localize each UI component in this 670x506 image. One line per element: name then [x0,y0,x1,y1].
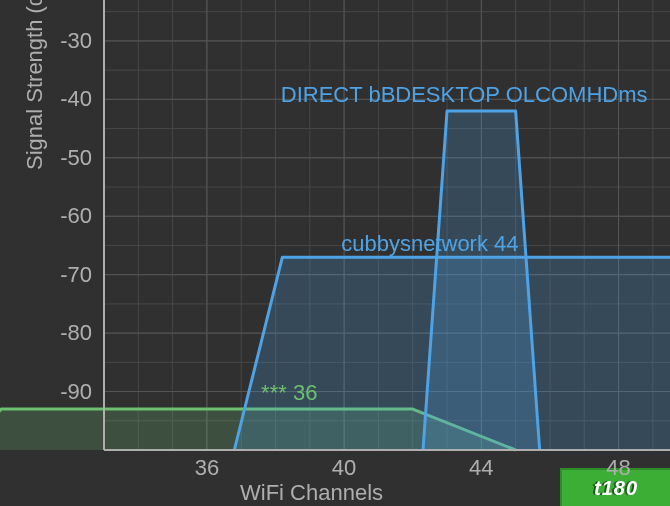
y-tick-label: -50 [60,145,92,171]
plot-area [104,0,670,450]
x-axis-title: WiFi Channels [240,480,383,506]
y-tick-label: -70 [60,262,92,288]
wifi-channel-chart: Signal Strength (dBm) WiFi Channels t180… [0,0,670,506]
y-tick-label: -80 [60,320,92,346]
y-tick-label: -40 [60,86,92,112]
network-label: cubbysnetwork 44 [341,231,518,257]
network-label: DIRECT bBDESKTOP OLCOMHDms [281,82,648,108]
x-tick-label: 48 [606,455,630,481]
y-axis-title: Signal Strength (dBm) [22,0,48,170]
y-tick-label: -60 [60,203,92,229]
chart-svg [104,0,670,450]
x-tick-label: 40 [332,455,356,481]
network-label: *** 36 [261,380,317,406]
y-tick-label: -90 [60,379,92,405]
x-tick-label: 44 [469,455,493,481]
x-tick-label: 36 [195,455,219,481]
svg-marker-45 [423,111,540,450]
y-tick-label: -30 [60,28,92,54]
